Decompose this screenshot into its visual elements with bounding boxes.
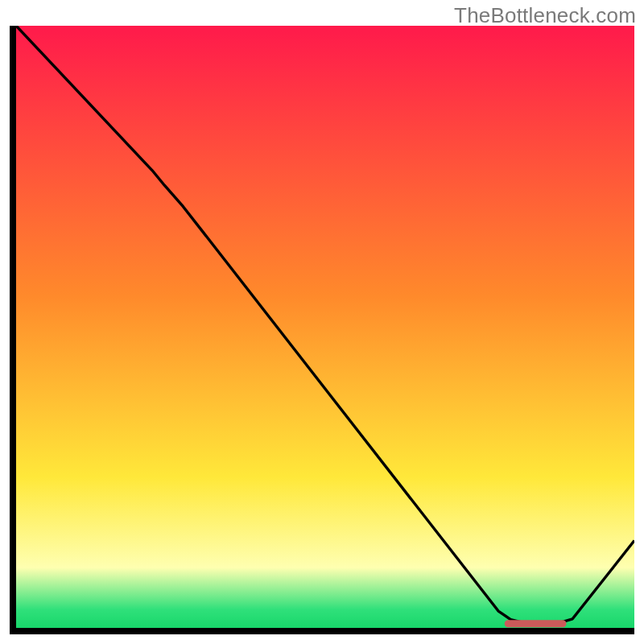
gradient-background [16,26,634,628]
plot-area [16,26,634,628]
chart-svg [16,26,634,628]
chart-container: TheBottleneck.com [0,0,644,644]
watermark-text: TheBottleneck.com [454,3,636,28]
optimal-marker [505,620,567,627]
